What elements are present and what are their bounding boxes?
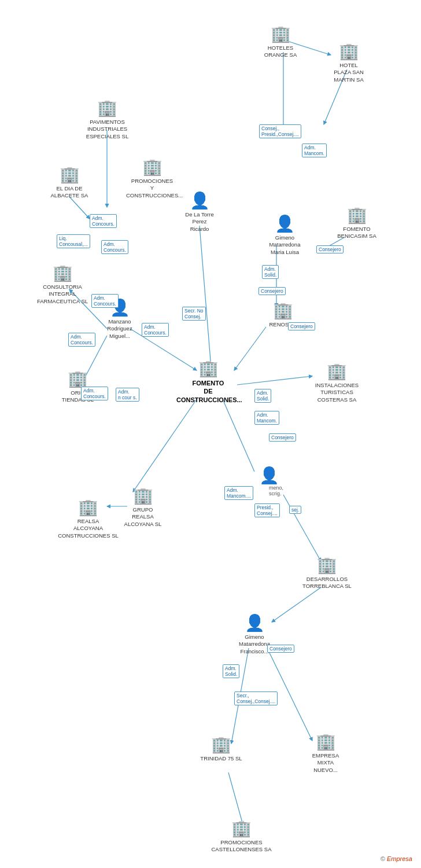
label-fomento-benicasim: FOMENTOBENICASIM SA: [331, 226, 383, 240]
node-fomento-benicasim: 🏢 FOMENTOBENICASIM SA: [331, 205, 383, 240]
node-promociones-cast: 🏢 PROMOCIONESCASTELLONENSES SA: [208, 819, 275, 854]
node-grupo-realsa: 🏢 GRUPOREALSAALCOYANA SL: [117, 486, 169, 528]
node-hotel-plaza: 🏢 HOTELPLAZA SANMARTIN SA: [323, 42, 375, 83]
node-promociones-y: 🏢 PROMOCIONESYCONSTRUCCIONES...: [126, 157, 178, 199]
building-icon-consultoria: 🏢: [34, 263, 91, 282]
badge-adm-mancom-instalaciones[interactable]: Adm.Mancom.: [254, 411, 279, 425]
label-de-la-torre: De La TorrePerezRicardo: [173, 211, 226, 233]
svg-line-4: [69, 197, 90, 219]
person-icon-gimeno-maria: 👤: [257, 214, 312, 233]
badge-adm-solid-instalaciones[interactable]: Adm.Solid.: [254, 389, 271, 403]
badge-consejero-benicasim[interactable]: Consejero: [316, 243, 344, 253]
label-empresa-mixta: EMPRESAMIXTANUEVO...: [300, 752, 352, 774]
node-pavimentos: 🏢 PAVIMENTOSINDUSTRIALESESPECIALES SL: [80, 98, 135, 140]
badge-adm-concours-1[interactable]: Adm.Concours.: [90, 214, 117, 228]
svg-line-14: [133, 399, 197, 492]
diagram-container: 🏢 HOTELESORANGE SA 🏢 HOTELPLAZA SANMARTI…: [0, 0, 421, 868]
label-promociones-cast: PROMOCIONESCASTELLONENSES SA: [208, 839, 275, 854]
node-gimeno-maria: 👤 GimenoMatarredonaMaria Luisa: [257, 214, 312, 256]
badge-adm-concours-right[interactable]: Adm.Concours.: [142, 323, 169, 337]
person-icon-de-la-torre: 👤: [173, 191, 226, 210]
building-icon-desarrollos: 🏢: [300, 556, 354, 575]
copyright-brand: Empresa: [387, 855, 412, 862]
label-trinidad75: TRINIDAD 75 SL: [194, 755, 249, 762]
badge-adm-concours-manzano[interactable]: Adm.Concours.: [91, 294, 119, 308]
building-icon-el-dia: 🏢: [46, 165, 93, 184]
label-realsa-construcciones: REALSAALCOYANACONSTRUCCIONES SL: [58, 518, 119, 539]
badge-adm-mancom-top[interactable]: Adm.Mancom.: [302, 144, 334, 157]
building-icon-realsa-const: 🏢: [58, 498, 119, 517]
label-grupo-realsa: GRUPOREALSAALCOYANA SL: [117, 506, 169, 528]
node-hoteles-orange: 🏢 HOTELESORANGE SA: [257, 24, 304, 59]
building-icon-trinidad75: 🏢: [194, 735, 249, 754]
label-instalaciones: INSTALACIONESTURISTICASCOSTERAS SA: [306, 382, 367, 403]
badge-liq-concousal[interactable]: Liq.Concousal,...: [57, 234, 90, 248]
building-icon-empresa-mixta: 🏢: [300, 732, 352, 751]
building-icon-renos: 🏢: [261, 301, 305, 320]
badge-adm-concours-orio-1[interactable]: Adm.Concours.: [81, 387, 108, 400]
label-promociones-y: PROMOCIONESYCONSTRUCCIONES...: [126, 178, 178, 199]
label-partial-meno: meno,scrig.: [269, 485, 283, 496]
svg-line-11: [237, 376, 312, 385]
building-icon-hoteles: 🏢: [257, 24, 304, 43]
badge-presid-consej[interactable]: Presid.,Consej....: [254, 503, 280, 517]
node-desarrollos: 🏢 DESARROLLOSTORREBLANCA SL: [300, 556, 354, 590]
building-icon-promociones-cast: 🏢: [208, 819, 275, 838]
building-icon-grupo-realsa: 🏢: [117, 486, 169, 505]
badge-sej[interactable]: sej.: [289, 503, 301, 514]
building-icon-orio: 🏢: [53, 369, 102, 388]
role-consej-presid[interactable]: Consej.,Presid.,Consej....: [259, 124, 301, 138]
person-icon-gimeno-francisco: 👤: [226, 613, 283, 632]
node-realsa-construcciones: 🏢 REALSAALCOYANACONSTRUCCIONES SL: [58, 498, 119, 539]
node-person-lower: 👤: [243, 466, 295, 486]
label-hoteles-orange: HOTELESORANGE SA: [257, 45, 304, 59]
badge-adm-concours-left[interactable]: Adm.Concours.: [68, 333, 95, 347]
person-icon-lower: 👤: [243, 466, 295, 485]
svg-line-12: [223, 399, 254, 472]
badge-consejero-renos-2[interactable]: Consejero: [288, 320, 315, 330]
node-de-la-torre: 👤 De La TorrePerezRicardo: [173, 191, 226, 233]
label-pavimentos: PAVIMENTOSINDUSTRIALESESPECIALES SL: [80, 119, 135, 140]
node-trinidad75: 🏢 TRINIDAD 75 SL: [194, 735, 249, 762]
label-hotel-plaza: HOTELPLAZA SANMARTIN SA: [323, 62, 375, 83]
badge-adm-concours-orio-2[interactable]: Adm.n cour s.: [116, 388, 139, 402]
node-el-dia: 🏢 EL DIA DEALBACETE SA: [46, 165, 93, 200]
label-gimeno-maria: GimenoMatarredonaMaria Luisa: [257, 234, 312, 256]
building-icon-hotel-plaza: 🏢: [323, 42, 375, 61]
badge-secr-no-consej[interactable]: Secr. NoConsej.: [182, 307, 206, 321]
building-icon-fomento-benicasim: 🏢: [331, 205, 383, 225]
badge-secr-consej[interactable]: Secr.,Consej.,Consej....: [234, 692, 278, 705]
svg-line-8: [200, 226, 211, 367]
building-icon-pavimentos: 🏢: [80, 98, 135, 117]
label-manzano: ManzanoRodriguezMiguel...: [94, 318, 146, 340]
node-fomento-main: 🏢 FOMENTODECONSTRUCCIONES...: [176, 359, 240, 404]
label-desarrollos: DESARROLLOSTORREBLANCA SL: [300, 576, 354, 590]
building-icon-instalaciones: 🏢: [306, 362, 367, 381]
copyright: © Empresa: [381, 855, 412, 862]
badge-adm-concours-2[interactable]: Adm.Concours.: [101, 240, 128, 254]
label-fomento-main: FOMENTODECONSTRUCCIONES...: [176, 379, 240, 404]
label-el-dia: EL DIA DEALBACETE SA: [46, 185, 93, 200]
badge-consej-presid[interactable]: Consej.,Presid.,Consej....: [259, 124, 311, 138]
building-icon-promociones-y: 🏢: [126, 157, 178, 176]
node-empresa-mixta: 🏢 EMPRESAMIXTANUEVO...: [300, 732, 352, 774]
badge-consejero-instalaciones[interactable]: Consejero: [269, 431, 296, 442]
badge-consejero-renos-1[interactable]: Consejero: [258, 285, 286, 295]
node-consultoria: 🏢 CONSULTORIAINTEGRALFARMACEUTICA SL: [34, 263, 91, 305]
badge-adm-solid-1[interactable]: Adm.Solid.: [262, 265, 279, 279]
badge-adm-solid-francisco[interactable]: Adm.Solid.: [223, 664, 239, 678]
role-adm-mancom-top[interactable]: Adm.Mancom.: [302, 144, 327, 157]
svg-line-19: [228, 773, 243, 825]
node-instalaciones: 🏢 INSTALACIONESTURISTICASCOSTERAS SA: [306, 362, 367, 403]
badge-adm-mancom-lower[interactable]: Adm.Mancom....: [224, 486, 253, 500]
label-consultoria: CONSULTORIAINTEGRALFARMACEUTICA SL: [34, 284, 91, 305]
building-icon-fomento-main: 🏢: [176, 359, 240, 378]
badge-consejero-francisco[interactable]: Consejero: [267, 642, 294, 653]
